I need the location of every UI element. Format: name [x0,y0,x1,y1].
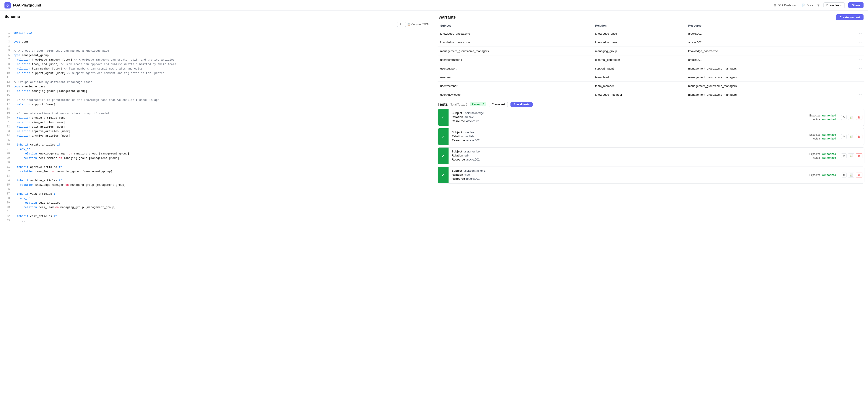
code-token: managing_group [management_group] [56,170,113,173]
test-refresh-button[interactable]: ↻ [841,115,846,120]
code-token: inherit [13,192,29,196]
warrant-actions[interactable]: ··· [840,90,864,99]
code-line: 40 relation team_lead on managing_group … [0,205,434,210]
code-line: 33 [0,174,434,179]
warrant-relation: managing_group [592,47,686,56]
actual-label: Actual: Authorized [809,156,836,159]
test-delete-button[interactable]: 🗑 [856,134,862,139]
create-warrant-button[interactable]: Create warrant [836,14,864,20]
code-token: view_articles [29,192,54,196]
warrant-actions[interactable]: ··· [840,38,864,47]
grid-icon: ⊞ [774,4,776,7]
test-stats-button[interactable]: 📊 [848,172,855,178]
line-content: inherit approve_articles if [13,165,430,169]
line-number: 26 [4,142,10,147]
code-token: relation [13,206,37,209]
code-token: relation [13,63,30,66]
line-content: relation knowledge_manager on managing_g… [13,183,430,187]
test-delete-button[interactable]: 🗑 [856,172,862,178]
warrant-relation: support_agent [592,64,686,73]
code-token: if [54,192,57,196]
line-content: version 0.2 [13,31,430,35]
table-row: management_group:acme_managersmanaging_g… [438,47,864,56]
doc-icon: 📄 [802,4,805,7]
warrant-actions[interactable]: ··· [840,64,864,73]
fga-dashboard-link[interactable]: ⊞ FGA Dashboard [774,4,798,7]
test-card: ✓ Subjectuser:member Relationedit Resour… [438,147,864,164]
code-line: 12// Groups articles by different knowle… [0,80,434,85]
table-row: user:knowledgeknowledge_managermanagemen… [438,90,864,99]
line-number: 39 [4,201,10,205]
warrants-table: Subject Relation Resource knowledge_base… [438,22,864,99]
line-number: 43 [4,219,10,223]
line-content: relation knowledge_manager on managing_g… [13,152,430,156]
code-line: 17 relation support [user] [0,102,434,107]
test-stats-button[interactable]: 📊 [848,153,855,158]
schema-header: Schema [0,11,434,21]
warrant-actions[interactable]: ··· [840,29,864,38]
code-token: knowledge_manager [37,152,69,155]
docs-link[interactable]: 📄 Docs [802,4,813,7]
line-content: relation edit_articles [13,201,430,205]
code-token: relation [13,152,37,155]
warrant-relation: team_member [592,82,686,90]
test-refresh-button[interactable]: ↻ [841,134,846,139]
actual-label: Actual: Authorized [809,118,836,121]
download-button[interactable]: ⬇ [397,22,403,27]
code-token: if [59,166,62,169]
code-token: // Support agents can comment and tag ar… [67,72,164,75]
code-token: managing_group [management_group] [59,206,116,209]
code-line: 14 relation managing_group [management_g… [0,89,434,93]
warrant-actions[interactable]: ··· [840,56,864,64]
test-result: Expected: Authorized [806,167,839,183]
test-card-actions: ↻ 📊 🗑 [839,128,864,145]
expected-label: Expected: Authorized [809,114,836,117]
test-stats-button[interactable]: 📊 [848,134,855,139]
warrants-table-container: Subject Relation Resource knowledge_base… [434,22,868,99]
warrant-actions[interactable]: ··· [840,82,864,90]
test-status-indicator: ✓ [438,148,448,164]
test-card-actions: ↻ 📊 🗑 [839,148,864,164]
line-content: // An abstraction of permissions on the … [13,98,430,102]
test-stats-button[interactable]: 📊 [848,115,855,120]
code-line: 24 relation archive_articles [user] [0,134,434,138]
line-content [13,107,430,111]
code-token: ... [13,219,25,222]
code-line: 38 any_of [0,196,434,201]
test-refresh-button[interactable]: ↻ [841,172,846,178]
code-line: 20 relation create_articles [user] [0,116,434,120]
examples-dropdown[interactable]: Examples ▾ [824,2,845,8]
share-button[interactable]: Share [848,2,864,8]
line-number: 42 [4,214,10,219]
warrant-actions[interactable]: ··· [840,47,864,56]
code-token: relation [13,121,30,124]
warrant-resource: management_group:acme_managers [686,82,840,90]
line-number: 34 [4,179,10,183]
test-delete-button[interactable]: 🗑 [856,115,862,120]
line-content [13,187,430,192]
code-token: archive_articles [29,179,59,182]
warrant-actions[interactable]: ··· [840,73,864,82]
create-test-button[interactable]: Create test [489,102,508,107]
line-number: 15 [4,93,10,98]
warrants-title: Warrants [438,15,456,20]
line-content: type knowledge_base [13,85,430,89]
test-card: ✓ Subjectuser:lead Relationpublish Resou… [438,128,864,145]
code-token: // Knowledge managers can create, edit, … [74,58,175,61]
copy-json-button[interactable]: 📋 Copy as JSON [405,22,431,27]
code-editor[interactable]: 1version 0.22 3type user4 5// A group of… [0,28,434,414]
test-cards-container: ✓ Subjectuser:knowledge Relationarchive … [438,109,864,184]
test-refresh-button[interactable]: ↻ [841,153,846,158]
code-line: 27 any_of [0,147,434,152]
test-delete-button[interactable]: 🗑 [856,153,862,158]
code-line: 35 relation knowledge_manager on managin… [0,183,434,187]
test-result: Expected: AuthorizedActual: Authorized [806,128,839,145]
code-token: support [user] [30,103,56,106]
test-card-actions: ↻ 📊 🗑 [839,109,864,126]
col-resource: Resource [686,22,840,29]
run-all-tests-button[interactable]: Run all tests [510,102,533,107]
line-number: 37 [4,192,10,196]
tests-header: Tests Total Tests: 6 Passed: 6 Create te… [438,99,864,109]
theme-toggle-icon[interactable]: ☀ [817,3,820,7]
code-token: relation [13,117,30,120]
